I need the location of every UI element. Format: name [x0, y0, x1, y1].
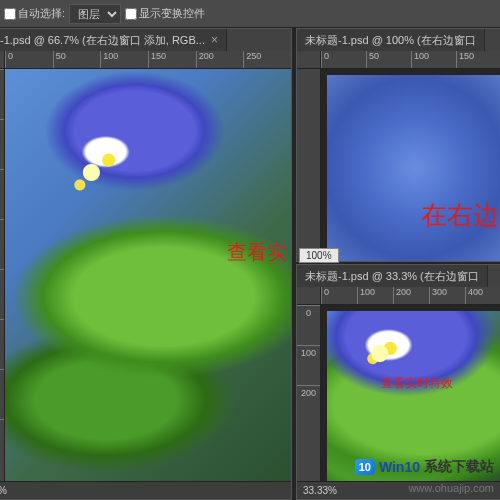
canvas-area[interactable]: 在右边: [321, 69, 500, 261]
document-tab[interactable]: 题-1.psd @ 66.7% (在右边窗口 添加, RGB... ×: [0, 29, 227, 51]
flower-image: [5, 69, 291, 483]
document-window-left: 题-1.psd @ 66.7% (在右边窗口 添加, RGB... × 0 50…: [0, 28, 292, 500]
canvas-area[interactable]: 查看实: [5, 69, 291, 499]
auto-select-label: 自动选择:: [18, 6, 65, 21]
auto-select-group: 自动选择:: [4, 6, 65, 21]
layer-group-dropdown[interactable]: 图层: [69, 4, 121, 24]
ruler-vertical[interactable]: 0 100 200: [297, 305, 321, 499]
flower-image-small: [327, 311, 500, 481]
zoom-badge[interactable]: 100%: [299, 248, 339, 263]
ruler-horizontal[interactable]: 0 50 100 150: [321, 51, 500, 69]
overlay-text: 在右边: [421, 198, 499, 233]
tab-bar: 未标题-1.psd @ 33.3% (在右边窗口: [297, 265, 500, 287]
canvas-image: 在右边: [327, 75, 500, 261]
blur-background: [327, 75, 500, 261]
document-tab[interactable]: 未标题-1.psd @ 100% (在右边窗口: [297, 29, 485, 51]
options-bar: 自动选择: 图层 显示变换控件: [0, 0, 500, 28]
show-transform-label: 显示变换控件: [139, 6, 205, 21]
canvas-image: 查看实时特效: [327, 311, 500, 481]
watermark: 10 Win10 系统下载站: [355, 458, 494, 476]
tab-title: 未标题-1.psd @ 100% (在右边窗口: [305, 33, 476, 48]
ruler-origin[interactable]: [297, 51, 321, 69]
close-icon[interactable]: ×: [211, 33, 218, 47]
tab-bar: 未标题-1.psd @ 100% (在右边窗口: [297, 29, 500, 51]
tab-bar: 题-1.psd @ 66.7% (在右边窗口 添加, RGB... ×: [0, 29, 291, 51]
tab-title: 题-1.psd @ 66.7% (在右边窗口 添加, RGB...: [0, 33, 205, 48]
ruler-horizontal[interactable]: 0 50 100 150 200 250: [5, 51, 291, 69]
canvas-image: 查看实: [5, 69, 291, 483]
auto-select-checkbox[interactable]: [4, 8, 16, 20]
overlay-text: 查看实: [227, 239, 287, 266]
watermark-url: www.ohuajip.com: [408, 482, 494, 494]
ruler-horizontal[interactable]: 0 100 200 300 400: [321, 287, 500, 305]
watermark-brand: Win10: [379, 459, 420, 475]
document-tab[interactable]: 未标题-1.psd @ 33.3% (在右边窗口: [297, 265, 488, 287]
status-bar: 33%: [0, 481, 291, 499]
show-transform-checkbox[interactable]: [125, 8, 137, 20]
tab-title: 未标题-1.psd @ 33.3% (在右边窗口: [305, 269, 479, 284]
overlay-text: 查看实时特效: [381, 375, 453, 392]
watermark-badge: 10: [355, 459, 375, 475]
zoom-level[interactable]: 33.33%: [303, 485, 337, 496]
ruler-origin[interactable]: [297, 287, 321, 305]
ruler-vertical[interactable]: [297, 69, 321, 261]
workspace: 题-1.psd @ 66.7% (在右边窗口 添加, RGB... × 0 50…: [0, 28, 500, 500]
document-window-right-top: 未标题-1.psd @ 100% (在右边窗口 0 50 100 150 在右边…: [296, 28, 500, 262]
watermark-tail: 系统下载站: [424, 458, 494, 476]
zoom-level[interactable]: 33%: [0, 485, 7, 496]
show-transform-group: 显示变换控件: [125, 6, 205, 21]
